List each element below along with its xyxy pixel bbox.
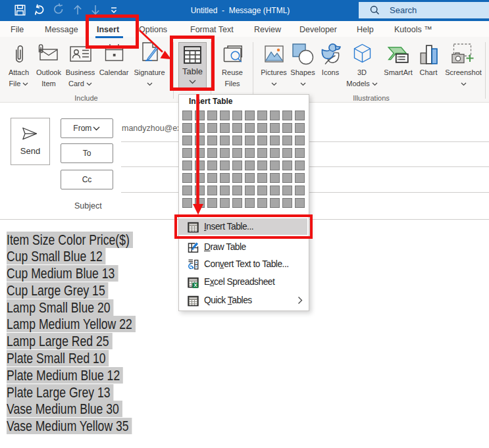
svg-text:X: X: [194, 282, 197, 288]
